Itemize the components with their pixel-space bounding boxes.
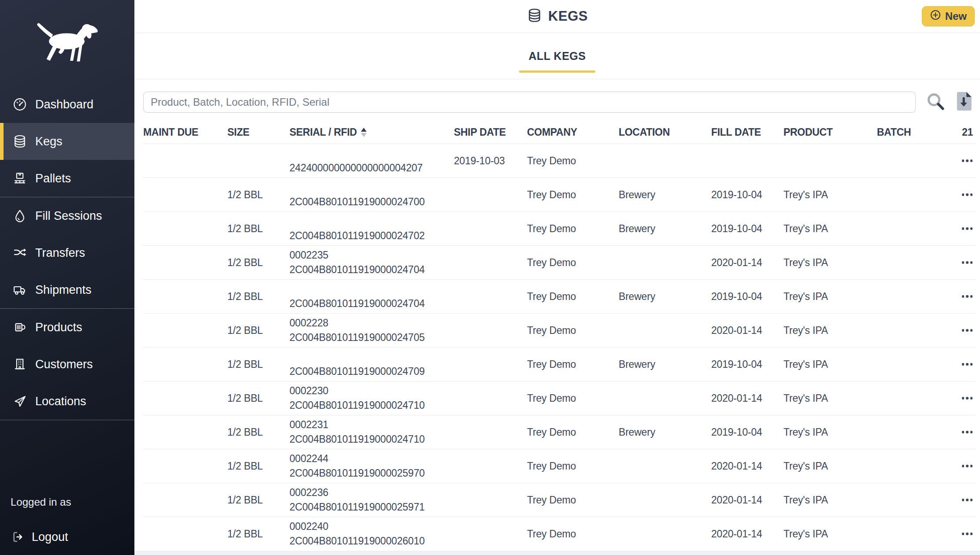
sidebar-item-label: Dashboard <box>35 98 93 111</box>
serial-value <box>290 214 454 229</box>
truck-icon <box>12 282 27 297</box>
row-actions-button[interactable] <box>961 428 974 436</box>
tab-all-kegs[interactable]: ALL KEGS <box>519 50 596 63</box>
table-row[interactable]: 1/2 BBL00022402C004B801011919000026010Tr… <box>143 517 976 551</box>
cell-serial-rfid: 242400000000000000004207 <box>290 146 454 175</box>
serial-value <box>290 146 454 161</box>
table-row[interactable]: 1/2 BBL2C004B801011919000024704Trey Demo… <box>143 279 976 313</box>
column-header-product[interactable]: PRODUCT <box>783 126 877 138</box>
column-header-label: COMPANY <box>527 126 577 138</box>
column-header-maint-due[interactable]: MAINT DUE <box>143 126 227 138</box>
rfid-value: 2C004B801011919000024700 <box>290 195 454 209</box>
sidebar-item-dashboard[interactable]: Dashboard <box>0 86 134 123</box>
row-actions-button[interactable] <box>961 360 974 368</box>
cell-company: Trey Demo <box>527 325 619 337</box>
cell-size: 1/2 BBL <box>227 257 290 269</box>
cell-product: Trey's IPA <box>783 189 877 201</box>
page-title: KEGS <box>548 8 588 24</box>
table-row[interactable]: 1/2 BBL00022282C004B801011919000024705Tr… <box>143 313 976 347</box>
sidebar-item-transfers[interactable]: Transfers <box>0 234 134 271</box>
row-actions-button[interactable] <box>961 191 974 199</box>
rfid-value: 2C004B801011919000024702 <box>290 229 454 243</box>
column-header-location[interactable]: LOCATION <box>619 126 711 138</box>
row-actions-button[interactable] <box>961 259 974 266</box>
search-icon <box>925 91 946 113</box>
row-actions-button[interactable] <box>961 225 974 233</box>
column-header-serial-rfid[interactable]: SERIAL / RFID <box>290 126 454 138</box>
cell-location: Brewery <box>619 291 711 303</box>
table-row[interactable]: 1/2 BBL00022362C004B801011919000025971Tr… <box>143 483 976 517</box>
sidebar-item-products[interactable]: Products <box>0 309 134 346</box>
cell-fill-date: 2019-10-04 <box>711 189 783 201</box>
cell-location: Brewery <box>619 223 711 235</box>
cell-actions <box>943 360 976 368</box>
column-header-label: SERIAL / RFID <box>290 126 357 138</box>
table-row[interactable]: 1/2 BBL2C004B801011919000024700Trey Demo… <box>143 178 976 211</box>
row-actions-button[interactable] <box>961 292 974 300</box>
table-row[interactable]: 1/2 BBL2C004B801011919000024702Trey Demo… <box>143 211 976 245</box>
cell-product: Trey's IPA <box>783 359 877 370</box>
cell-actions <box>943 530 976 538</box>
sidebar-item-shipments[interactable]: Shipments <box>0 271 134 308</box>
table-row[interactable]: 1/2 BBL00022312C004B801011919000024710Tr… <box>143 415 976 449</box>
sidebar-item-label: Locations <box>35 395 86 408</box>
tab-bar: ALL KEGS <box>134 33 980 79</box>
cell-actions <box>943 394 976 402</box>
cell-serial-rfid: 00022352C004B801011919000024704 <box>290 248 454 277</box>
sidebar-item-customers[interactable]: Customers <box>0 346 134 383</box>
serial-value <box>290 180 454 195</box>
building-icon <box>12 357 27 372</box>
cell-size: 1/2 BBL <box>227 494 290 506</box>
column-header-batch[interactable]: BATCH <box>877 126 943 138</box>
cell-product: Trey's IPA <box>783 494 877 506</box>
sidebar-item-pallets[interactable]: Pallets <box>0 160 134 197</box>
new-button[interactable]: New <box>922 6 975 26</box>
keg-icon <box>12 134 27 149</box>
serial-value: 0002231 <box>290 418 454 432</box>
sidebar-nav: DashboardKegsPalletsFill SessionsTransfe… <box>0 86 134 420</box>
column-header-label: BATCH <box>877 126 911 138</box>
table-row[interactable]: 1/2 BBL2C004B801011919000024709Trey Demo… <box>143 347 976 381</box>
cell-company: Trey Demo <box>527 426 619 438</box>
search-input[interactable] <box>143 92 916 113</box>
row-actions-button[interactable] <box>961 462 974 470</box>
cell-size: 1/2 BBL <box>227 189 290 201</box>
pallet-icon <box>12 171 27 186</box>
table-row[interactable]: 2424000000000000000042072019-10-03Trey D… <box>143 144 976 178</box>
row-actions-button[interactable] <box>961 394 974 402</box>
table-row[interactable]: 1/2 BBL00022442C004B801011919000025970Tr… <box>143 449 976 483</box>
navigation-icon <box>12 394 27 409</box>
row-actions-button[interactable] <box>961 326 974 334</box>
column-header-size[interactable]: SIZE <box>227 126 290 138</box>
table-row[interactable]: 1/2 BBL00022352C004B801011919000024704Tr… <box>143 245 976 279</box>
search-button[interactable] <box>925 91 946 113</box>
logout-button[interactable]: Logout <box>11 529 124 544</box>
horizontal-scrollbar[interactable] <box>134 551 980 555</box>
cell-company: Trey Demo <box>527 223 619 235</box>
sidebar-divider <box>0 420 134 420</box>
sidebar-item-label: Fill Sessions <box>35 209 102 223</box>
cell-size: 1/2 BBL <box>227 460 290 472</box>
column-header-ship-date[interactable]: SHIP DATE <box>454 126 527 138</box>
row-actions-button[interactable] <box>961 496 974 504</box>
row-actions-button[interactable] <box>961 530 974 538</box>
column-header-company[interactable]: COMPANY <box>527 126 619 138</box>
column-header-fill-date[interactable]: FILL DATE <box>711 126 783 138</box>
sidebar-item-kegs[interactable]: Kegs <box>0 123 134 160</box>
rfid-value: 2C004B801011919000024704 <box>290 263 454 277</box>
cell-serial-rfid: 00022442C004B801011919000025970 <box>290 451 454 481</box>
cell-size: 1/2 BBL <box>227 528 290 540</box>
export-button[interactable] <box>955 91 973 113</box>
table-row[interactable]: 1/2 BBL00022302C004B801011919000024710Tr… <box>143 381 976 415</box>
sidebar-item-fill-sessions[interactable]: Fill Sessions <box>0 197 134 234</box>
cell-actions <box>943 428 976 436</box>
row-actions-button[interactable] <box>961 157 974 165</box>
cell-size: 1/2 BBL <box>227 291 290 303</box>
sidebar-item-locations[interactable]: Locations <box>0 383 134 420</box>
serial-value: 0002228 <box>290 316 454 330</box>
sidebar-item-label: Pallets <box>35 172 71 185</box>
cell-actions <box>943 326 976 334</box>
cell-company: Trey Demo <box>527 257 619 269</box>
cell-product: Trey's IPA <box>783 291 877 303</box>
cell-location: Brewery <box>619 426 711 438</box>
